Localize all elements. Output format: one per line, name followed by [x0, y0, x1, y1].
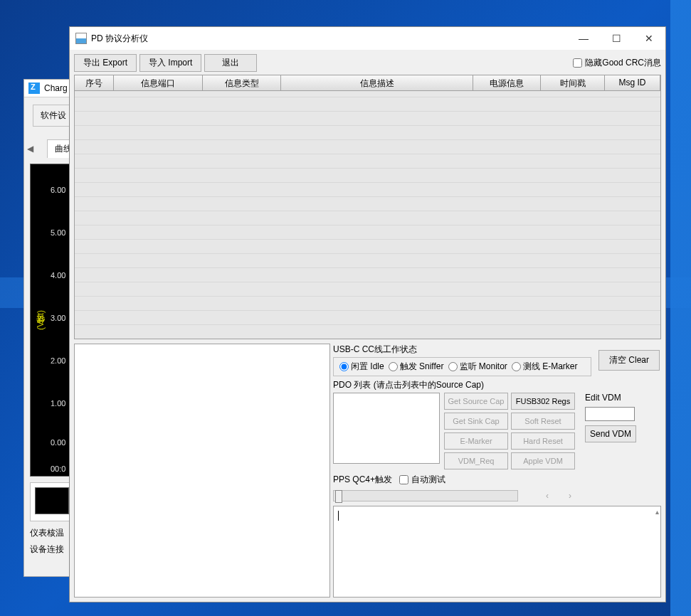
col-desc[interactable]: 信息描述	[281, 75, 473, 90]
log-textarea[interactable]: ▴	[333, 506, 661, 598]
radio-monitor-input[interactable]	[448, 362, 458, 371]
exit-button[interactable]: 退出	[204, 54, 257, 72]
col-seq[interactable]: 序号	[75, 75, 114, 90]
bg-chart-ylabel: 伏特(Volt)	[35, 310, 47, 330]
bg-ytick: 5.00	[51, 228, 65, 237]
bg-app-icon	[28, 83, 40, 94]
radio-sniffer-input[interactable]	[389, 362, 398, 371]
bg-indicator-box	[35, 487, 69, 514]
radio-sniffer-label: 触发 Sniffer	[400, 361, 444, 373]
table-body[interactable]	[75, 91, 660, 339]
titlebar: PD 协议分析仪 — ☐ ✕	[70, 27, 665, 50]
get-sink-cap-button[interactable]: Get Sink Cap	[444, 413, 508, 430]
auto-test-checkbox[interactable]: 自动测试	[399, 474, 445, 486]
radio-sniffer[interactable]: 触发 Sniffer	[389, 361, 444, 373]
text-cursor-icon	[338, 511, 339, 521]
radio-emarker-label: 测线 E-Marker	[523, 361, 578, 373]
bg-tab-nav-left[interactable]: ◀	[24, 144, 36, 154]
toolbar: 导出 Export 导入 Import 退出 隐藏Good CRC消息	[70, 50, 665, 75]
maximize-button[interactable]: ☐	[600, 28, 633, 49]
hide-crc-checkbox[interactable]: 隐藏Good CRC消息	[573, 57, 661, 69]
window-title: PD 协议分析仪	[91, 33, 567, 45]
pdo-label: PDO 列表 (请点击列表中的Source Cap)	[333, 379, 661, 391]
col-power[interactable]: 电源信息	[473, 75, 541, 90]
fusb302-regs-button[interactable]: FUSB302 Regs	[511, 393, 575, 410]
close-button[interactable]: ✕	[633, 28, 665, 49]
cc-state-group: 闲置 Idle 触发 Sniffer 监听 Monitor 测线 E-	[333, 357, 591, 376]
pps-slider-thumb[interactable]	[335, 490, 342, 503]
scroll-up-icon[interactable]: ▴	[655, 508, 659, 516]
send-vdm-button[interactable]: Send VDM	[585, 425, 636, 442]
auto-test-label: 自动测试	[411, 474, 445, 486]
col-port[interactable]: 信息端口	[114, 75, 203, 90]
bg-ytick: 4.00	[51, 271, 65, 280]
get-source-cap-button[interactable]: Get Source Cap	[444, 393, 508, 410]
emarker-button[interactable]: E-Marker	[444, 432, 508, 450]
radio-idle[interactable]: 闲置 Idle	[339, 361, 384, 373]
hide-crc-label: 隐藏Good CRC消息	[585, 57, 661, 69]
vdm-req-button[interactable]: VDM_Req	[444, 452, 508, 469]
pps-prev-button[interactable]: ‹	[539, 489, 555, 503]
import-button[interactable]: 导入 Import	[139, 54, 201, 72]
radio-emarker-input[interactable]	[512, 362, 521, 371]
bg-ytick: 0.00	[51, 438, 65, 447]
pps-next-button[interactable]: ›	[562, 489, 578, 503]
pps-label: PPS QC4+触发	[333, 474, 392, 486]
bg-ytick: 6.00	[51, 186, 65, 194]
pdo-button-grid: Get Source Cap FUSB302 Regs Get Sink Cap…	[444, 393, 575, 469]
col-type[interactable]: 信息类型	[203, 75, 281, 90]
pdo-listbox[interactable]	[333, 393, 440, 464]
bg-title-text: Charg	[44, 83, 68, 93]
message-table[interactable]: 序号 信息端口 信息类型 信息描述 电源信息 时间戳 Msg ID	[74, 75, 661, 339]
minimize-button[interactable]: —	[567, 28, 600, 49]
pps-slider[interactable]	[333, 490, 518, 501]
hard-reset-button[interactable]: Hard Reset	[511, 432, 575, 450]
radio-idle-input[interactable]	[339, 362, 349, 371]
cc-state-label: USB-C CC线工作状态	[333, 344, 591, 356]
table-header: 序号 信息端口 信息类型 信息描述 电源信息 时间戳 Msg ID	[75, 75, 660, 91]
bg-xtick: 00:0	[51, 464, 65, 473]
bg-ytick: 2.00	[51, 356, 65, 365]
edit-vdm-input[interactable]	[585, 407, 635, 421]
col-msgid[interactable]: Msg ID	[605, 75, 660, 90]
bg-ytick: 1.00	[51, 399, 65, 408]
radio-monitor-label: 监听 Monitor	[460, 361, 507, 373]
radio-idle-label: 闲置 Idle	[351, 361, 384, 373]
apple-vdm-button[interactable]: Apple VDM	[511, 452, 575, 469]
hide-crc-input[interactable]	[573, 58, 582, 68]
detail-panel[interactable]	[74, 344, 330, 598]
auto-test-input[interactable]	[399, 475, 408, 484]
export-button[interactable]: 导出 Export	[74, 54, 137, 72]
pd-analyzer-window: PD 协议分析仪 — ☐ ✕ 导出 Export 导入 Import 退出 隐藏…	[69, 26, 666, 602]
radio-emarker[interactable]: 测线 E-Marker	[512, 361, 578, 373]
clear-button[interactable]: 清空 Clear	[598, 350, 660, 371]
col-time[interactable]: 时间戳	[541, 75, 605, 90]
edit-vdm-panel: Edit VDM Send VDM	[585, 393, 636, 442]
app-icon	[75, 33, 87, 44]
bg-ytick: 3.00	[51, 314, 65, 322]
soft-reset-button[interactable]: Soft Reset	[511, 413, 575, 430]
radio-monitor[interactable]: 监听 Monitor	[448, 361, 507, 373]
edit-vdm-label: Edit VDM	[585, 393, 636, 403]
bg-software-settings-button[interactable]: 软件设	[33, 105, 74, 127]
